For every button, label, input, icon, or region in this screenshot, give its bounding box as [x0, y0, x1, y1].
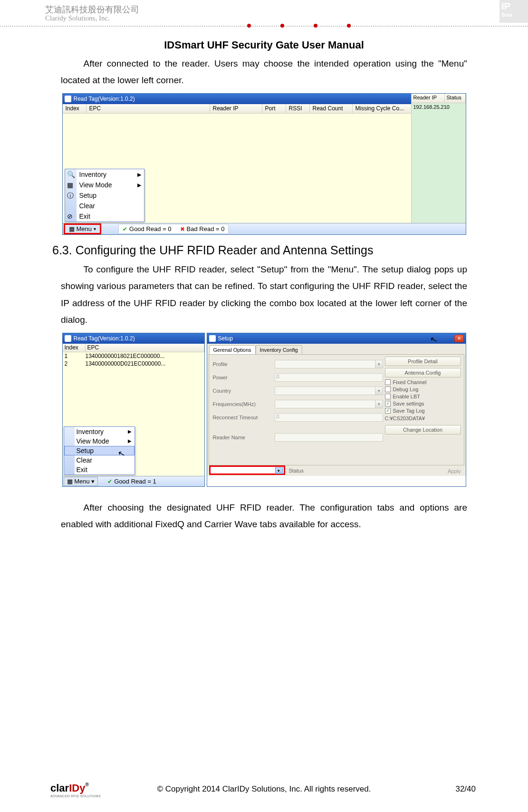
menu-exit[interactable]: Exit — [64, 465, 134, 474]
label-frequencies: Frequencies(MHz) — [213, 401, 275, 407]
label-reader-name: Reader Name — [213, 435, 275, 440]
profile-select[interactable]: ▾ — [275, 360, 383, 368]
app-icon — [65, 96, 71, 102]
menu-view-mode[interactable]: ▦View Mode▶ — [65, 180, 144, 190]
tab-general-options[interactable]: Gerenal Options — [209, 345, 256, 354]
screenshot-2: Read Tag(Version:1.0.2) Index EPC 113400… — [62, 333, 466, 487]
frequencies-select[interactable]: ▾ — [275, 400, 383, 408]
country-select[interactable]: ▾ — [275, 387, 383, 395]
paragraph-3: After choosing the designated UHF RFID r… — [61, 499, 467, 532]
app-icon — [65, 335, 71, 342]
fixed-channel-checkbox[interactable]: Fixed Channel — [385, 379, 461, 385]
col-read-count[interactable]: Read Count — [310, 104, 353, 113]
chevron-down-icon: ▾ — [375, 400, 383, 408]
table-row[interactable]: 213400000000D021EC000000... — [63, 360, 204, 367]
setup-dialog: Setup ✕ ↖ Gerenal Options Inventory Conf… — [207, 333, 466, 487]
menu-setup[interactable]: ⓘSetup — [65, 190, 144, 201]
menu-inventory[interactable]: 🔍Inventory▶ — [65, 169, 144, 180]
app-icon — [209, 335, 216, 342]
side-row-ip: 192.168.25.210 — [412, 103, 466, 111]
menu-clear[interactable]: Clear — [65, 201, 144, 211]
tab-row: Gerenal Options Inventory Config — [207, 344, 466, 354]
col-epc[interactable]: EPC — [86, 104, 210, 113]
antenna-config-button[interactable]: Antenna Config — [385, 368, 461, 377]
clear-icon — [67, 202, 75, 210]
menu-setup[interactable]: Setup — [64, 446, 134, 455]
profile-detail-button[interactable]: Profile Detail — [385, 357, 461, 366]
side-panel: Reader IP Status 192.168.25.210 — [411, 94, 466, 223]
col-index[interactable]: Index — [63, 104, 86, 113]
paragraph-1: After connected to the reader. Users may… — [61, 55, 467, 88]
chevron-down-icon: ▾ — [275, 467, 283, 474]
menu-button[interactable]: ▦Menu ▾ — [64, 223, 102, 234]
read-tag-window: Read Tag(Version:1.0.2) _ □ ✕ Index EPC … — [62, 93, 466, 235]
label-power: Power — [213, 375, 275, 380]
window-title: Read Tag(Version:1.0.2) — [74, 96, 135, 102]
status-label: Status — [289, 468, 304, 474]
power-input[interactable]: 0 — [275, 373, 383, 382]
doc-title: IDSmart UHF Security Gate User Manual — [0, 39, 528, 51]
page-header: 艾迪訊科技股份有限公司 Claridy Solutions, Inc. IPSm… — [0, 0, 528, 33]
titlebar[interactable]: Read Tag(Version:1.0.2) _ □ ✕ — [63, 94, 466, 104]
enable-lbt-checkbox[interactable]: Enable LBT — [385, 394, 461, 399]
change-location-button[interactable]: Change Location — [385, 425, 461, 435]
apply-button[interactable]: Apply — [448, 468, 461, 474]
page-footer: clarIDy® ADVANCED RFID SOLUTIONS © Copyr… — [0, 779, 528, 798]
reconnect-input[interactable]: 0 — [275, 413, 383, 422]
menu-icon: ▦ — [69, 225, 75, 232]
page-number: 32/40 — [455, 784, 476, 794]
good-read: Good Read = 0 — [123, 225, 172, 232]
menu-clear[interactable]: Clear — [64, 455, 134, 465]
save-settings-checkbox[interactable]: ✓Save settings — [385, 401, 461, 406]
paragraph-2: To configure the UHF RFID reader, select… — [61, 261, 467, 328]
reader-name-input[interactable] — [275, 433, 383, 442]
view-icon: ▦ — [67, 181, 75, 189]
titlebar[interactable]: Setup ✕ ↖ — [207, 333, 466, 344]
context-menu: Inventory▶ View Mode▶ Setup Clear Exit — [64, 426, 135, 475]
col-rssi[interactable]: RSSI — [286, 104, 310, 113]
debug-log-checkbox[interactable]: Debug Log — [385, 387, 461, 392]
header-logo: IPSma — [499, 0, 528, 23]
label-reconnect: Reconnect Timeout — [213, 415, 275, 420]
chevron-down-icon: ▾ — [375, 360, 383, 368]
read-tag-window-small: Read Tag(Version:1.0.2) Index EPC 113400… — [62, 333, 205, 487]
general-options-panel: Profile▾ Power0 Country▾ Frequencies(MHz… — [209, 354, 464, 465]
col-port[interactable]: Port — [262, 104, 286, 113]
col-index[interactable]: Index — [63, 344, 86, 352]
status-bar: ▦Menu ▾ Good Read = 0 Bad Read = 0 — [63, 223, 466, 234]
company-zh: 艾迪訊科技股份有限公司 — [45, 4, 139, 15]
section-heading: 6.3. Configuring the UHF RFID Reader and… — [52, 243, 467, 257]
col-reader-ip[interactable]: Reader IP — [210, 104, 262, 113]
status-bar: ▦ Menu ▾ Good Read = 1 — [63, 476, 204, 486]
good-read: Good Read = 1 — [107, 478, 156, 485]
save-tag-log-checkbox[interactable]: ✓Save Tag Log — [385, 408, 461, 414]
info-icon: ⓘ — [67, 192, 75, 199]
col-epc[interactable]: EPC — [86, 344, 204, 352]
window-title: Setup — [218, 335, 233, 342]
grid-body: 1134000000018021EC000000... 213400000000… — [63, 352, 204, 476]
context-menu: 🔍Inventory▶ ▦View Mode▶ ⓘSetup Clear ⊘Ex… — [65, 169, 144, 222]
window-title: Read Tag(Version:1.0.2) — [74, 335, 135, 342]
menu-inventory[interactable]: Inventory▶ — [64, 427, 134, 436]
menu-exit[interactable]: ⊘Exit — [65, 211, 144, 222]
label-profile: Profile — [213, 361, 275, 367]
titlebar[interactable]: Read Tag(Version:1.0.2) — [63, 333, 204, 344]
grid-header: Index EPC Reader IP Port RSSI Read Count… — [63, 104, 466, 114]
close-button[interactable]: ✕ — [454, 335, 464, 342]
grid-body: 🔍Inventory▶ ▦View Mode▶ ⓘSetup Clear ⊘Ex… — [63, 114, 466, 223]
save-path: C:¥CS203DATA¥ — [385, 416, 461, 421]
side-col-ip: Reader IP — [412, 94, 445, 103]
right-column: Profile Detail Antenna Config Fixed Chan… — [385, 357, 461, 436]
table-row[interactable]: 1134000000018021EC000000... — [63, 352, 204, 360]
exit-icon: ⊘ — [67, 213, 75, 220]
menu-button[interactable]: ▦ Menu ▾ — [64, 477, 98, 486]
menu-view-mode[interactable]: View Mode▶ — [64, 436, 134, 446]
magnifier-icon: 🔍 — [67, 171, 75, 178]
tab-inventory-config[interactable]: Inventory Config — [256, 345, 302, 354]
label-country: Country — [213, 388, 275, 394]
reader-ip-combo[interactable]: ▾ — [209, 465, 285, 475]
chevron-down-icon: ▾ — [375, 387, 383, 395]
company-en: Claridy Solutions, Inc. — [45, 14, 110, 22]
copyright: © Copyright 2014 ClarIDy Solutions, Inc.… — [0, 784, 528, 794]
bad-read: Bad Read = 0 — [180, 225, 225, 232]
